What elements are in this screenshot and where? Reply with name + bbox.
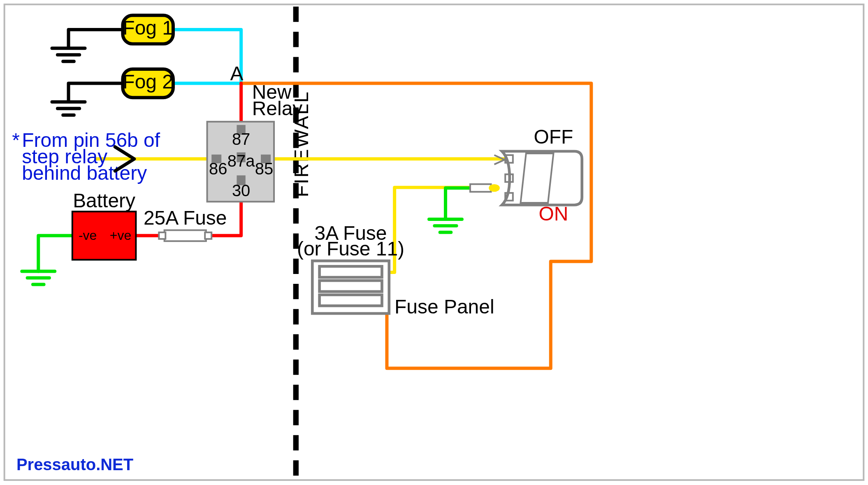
wire-yellow-switch-fuse [375, 188, 492, 272]
note-line3: behind battery [22, 162, 147, 184]
svg-rect-14 [205, 232, 211, 239]
switch-on-label: ON [538, 203, 568, 225]
svg-point-25 [489, 184, 500, 192]
relay-pin86-label: 86 [209, 160, 227, 178]
note-asterisk: * [12, 129, 20, 151]
node-a-label: A [230, 63, 243, 84]
fog1-label: Fog 1 [123, 17, 173, 39]
ground-icon-battery [22, 271, 55, 284]
fuse-panel-caption: Fuse Panel [395, 296, 494, 318]
ground-icon-fog1 [52, 48, 85, 61]
ground-icon-fog2 [52, 102, 85, 115]
fuse-panel [312, 261, 389, 313]
svg-rect-17 [320, 281, 382, 292]
fuse-25a [159, 230, 211, 241]
wire-fog1-gnd [69, 30, 123, 48]
svg-rect-13 [159, 232, 165, 239]
wire-fog2-gnd [69, 84, 123, 102]
wire-green-switch-gnd [446, 188, 476, 219]
fuse3-line2: (or Fuse 11) [297, 238, 404, 260]
ground-icon-switch [429, 219, 462, 232]
svg-rect-16 [320, 266, 382, 277]
watermark: Pressauto.NET [16, 455, 133, 473]
fuse25-label: 25A Fuse [144, 207, 227, 229]
switch-off-label: OFF [534, 126, 573, 148]
fog2-label: Fog 2 [123, 71, 173, 93]
battery-title: Battery [73, 190, 135, 211]
battery-pos: +ve [110, 228, 131, 243]
svg-rect-18 [320, 295, 382, 306]
battery-neg: -ve [79, 228, 97, 243]
relay-pin85-label: 85 [255, 160, 273, 178]
relay-pin87a-label: 87a [227, 152, 255, 170]
svg-rect-12 [165, 230, 206, 241]
relay-pin87-label: 87 [232, 130, 250, 148]
relay-pin30-label: 30 [232, 181, 250, 200]
svg-rect-24 [470, 184, 491, 192]
relay-title-2: Relay [252, 97, 303, 119]
wire-green-batt-gnd [38, 236, 72, 272]
